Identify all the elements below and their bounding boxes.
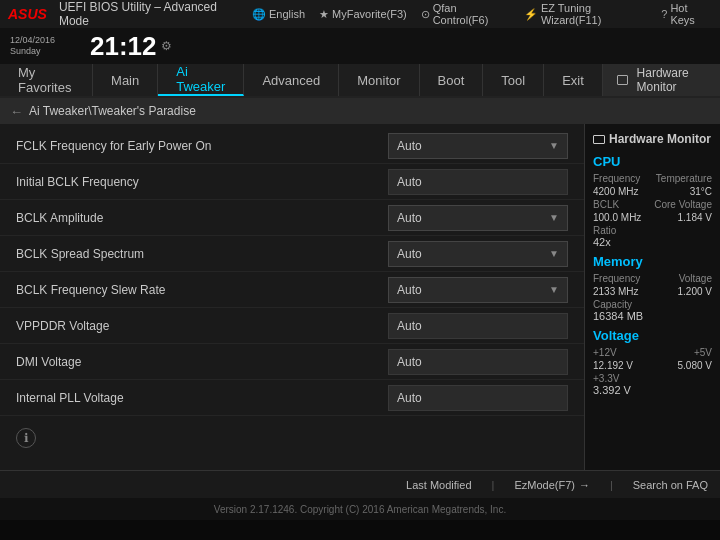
setting-dropdown-bclk-spread[interactable]: Auto ▼ [388,241,568,267]
volt-12v-row: +12V +5V [593,347,712,358]
setting-label-dmi: DMI Voltage [16,355,388,369]
info-area: ℹ [0,416,584,460]
cpu-freq-row: Frequency Temperature [593,173,712,184]
volt-12v-value-row: 12.192 V 5.080 V [593,360,712,371]
setting-input-pll[interactable]: Auto [388,385,568,411]
mem-volt-label: Voltage [679,273,712,284]
settings-panel: FCLK Frequency for Early Power On Auto ▼… [0,124,584,470]
mem-freq-value-row: 2133 MHz 1.200 V [593,286,712,297]
language-item[interactable]: 🌐 English [252,2,305,26]
hot-keys-item[interactable]: ? Hot Keys [661,2,712,26]
mem-capacity-value: 16384 MB [593,310,712,322]
nav-my-favorites[interactable]: My Favorites [0,64,93,96]
cpu-ratio-value: 42x [593,236,712,248]
fan-icon: ⊙ [421,8,430,21]
volt-33v-value: 3.392 V [593,384,712,396]
favorites-item[interactable]: ★ MyFavorite(F3) [319,2,407,26]
setting-input-bclk-init[interactable]: Auto [388,169,568,195]
nav-bar: My Favorites Main Ai Tweaker Advanced Mo… [0,64,720,98]
star-icon: ★ [319,8,329,21]
mem-capacity-label: Capacity [593,299,712,310]
setting-row-pll: Internal PLL Voltage Auto [0,380,584,416]
ez-tuning-icon: ⚡ [524,8,538,21]
cpu-bclk-row: BCLK Core Voltage [593,199,712,210]
breadcrumb-text: Ai Tweaker\Tweaker's Paradise [29,104,196,118]
language-icon: 🌐 [252,8,266,21]
clock-display: 21:12 [90,31,157,62]
cpu-temp-label: Temperature [656,173,712,184]
setting-row-bclk-amp: BCLK Amplitude Auto ▼ [0,200,584,236]
qfan-label: Qfan Control(F6) [433,2,510,26]
clock-area: 21:12 ⚙ [90,31,172,62]
dropdown-arrow-bclk-amp: ▼ [549,212,559,223]
back-arrow-icon[interactable]: ← [10,104,23,119]
mem-freq-label: Frequency [593,273,640,284]
favorites-label: MyFavorite(F3) [332,8,407,20]
volt-5v-label: +5V [694,347,712,358]
memory-section-title: Memory [593,254,712,269]
nav-advanced[interactable]: Advanced [244,64,339,96]
bios-title: UEFI BIOS Utility – Advanced Mode [59,0,244,28]
setting-row-vppddr: VPPDDR Voltage Auto [0,308,584,344]
footer: Version 2.17.1246. Copyright (C) 2016 Am… [0,498,720,520]
top-bar-icons: 🌐 English ★ MyFavorite(F3) ⊙ Qfan Contro… [252,2,712,26]
setting-row-bclk-init: Initial BCLK Frequency Auto [0,164,584,200]
info-icon[interactable]: ℹ [16,428,36,448]
voltage-section-title: Voltage [593,328,712,343]
setting-row-dmi: DMI Voltage Auto [0,344,584,380]
nav-monitor[interactable]: Monitor [339,64,419,96]
setting-dropdown-bclk-amp[interactable]: Auto ▼ [388,205,568,231]
cpu-bclk-value-row: 100.0 MHz 1.184 V [593,212,712,223]
dropdown-arrow-bclk-spread: ▼ [549,248,559,259]
setting-row-bclk-spread: BCLK Spread Spectrum Auto ▼ [0,236,584,272]
search-faq-button[interactable]: Search on FAQ [633,479,708,491]
nav-main[interactable]: Main [93,64,158,96]
asus-logo: ASUS [8,6,47,22]
hw-monitor-tab[interactable]: Hardware Monitor [603,64,720,96]
ez-tuning-label: EZ Tuning Wizard(F11) [541,2,647,26]
volt-12v-value: 12.192 V [593,360,633,371]
setting-input-dmi[interactable]: Auto [388,349,568,375]
nav-tool[interactable]: Tool [483,64,544,96]
cpu-bclk-value: 100.0 MHz [593,212,641,223]
nav-exit[interactable]: Exit [544,64,603,96]
top-bar: ASUS UEFI BIOS Utility – Advanced Mode 🌐… [0,0,720,28]
monitor-icon [617,75,628,85]
hot-keys-label: Hot Keys [670,2,712,26]
setting-dropdown-bclk-slew[interactable]: Auto ▼ [388,277,568,303]
volt-33v-label: +3.3V [593,373,712,384]
footer-text: Version 2.17.1246. Copyright (C) 2016 Am… [214,504,506,515]
setting-row-bclk-slew: BCLK Frequency Slew Rate Auto ▼ [0,272,584,308]
last-modified-item: Last Modified [406,479,471,491]
dropdown-arrow-fclk: ▼ [549,140,559,151]
date-block: 12/04/2016 Sunday [10,35,90,57]
cpu-freq-value: 4200 MHz [593,186,639,197]
bottom-bar: Last Modified | EzMode(F7) → | Search on… [0,470,720,498]
main-layout: FCLK Frequency for Early Power On Auto ▼… [0,124,720,470]
clock-bar: 12/04/2016 Sunday 21:12 ⚙ [0,28,720,64]
hw-monitor-panel: Hardware Monitor CPU Frequency Temperatu… [584,124,720,470]
setting-row-fclk: FCLK Frequency for Early Power On Auto ▼ [0,128,584,164]
mem-volt-value: 1.200 V [678,286,712,297]
date-text: 12/04/2016 Sunday [10,35,90,57]
nav-ai-tweaker[interactable]: Ai Tweaker [158,64,244,96]
cpu-ratio-label: Ratio [593,225,712,236]
clock-settings-icon[interactable]: ⚙ [161,39,172,53]
ez-tuning-item[interactable]: ⚡ EZ Tuning Wizard(F11) [524,2,647,26]
setting-label-bclk-amp: BCLK Amplitude [16,211,388,225]
breadcrumb-bar: ← Ai Tweaker\Tweaker's Paradise [0,98,720,124]
setting-input-vppddr[interactable]: Auto [388,313,568,339]
cpu-temp-value: 31°C [690,186,712,197]
setting-label-bclk-init: Initial BCLK Frequency [16,175,388,189]
mem-freq-row: Frequency Voltage [593,273,712,284]
qfan-item[interactable]: ⊙ Qfan Control(F6) [421,2,510,26]
mem-freq-value: 2133 MHz [593,286,639,297]
hw-panel-title: Hardware Monitor [593,132,712,146]
setting-dropdown-fclk[interactable]: Auto ▼ [388,133,568,159]
setting-label-bclk-slew: BCLK Frequency Slew Rate [16,283,388,297]
ez-mode-button[interactable]: EzMode(F7) → [514,479,590,491]
setting-label-pll: Internal PLL Voltage [16,391,388,405]
language-label: English [269,8,305,20]
setting-label-bclk-spread: BCLK Spread Spectrum [16,247,388,261]
nav-boot[interactable]: Boot [420,64,484,96]
